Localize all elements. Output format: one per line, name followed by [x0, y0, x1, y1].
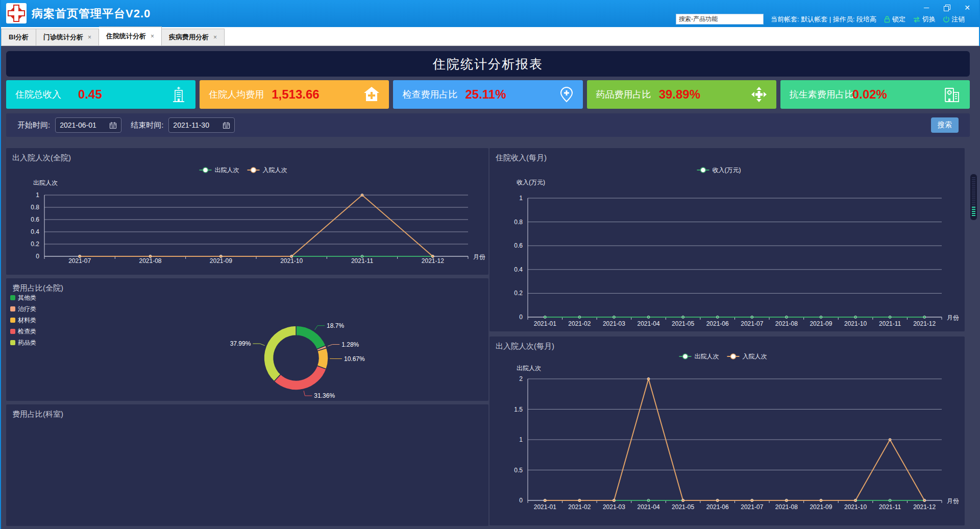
start-time-label: 开始时间: — [17, 121, 50, 130]
svg-text:2021-10: 2021-10 — [844, 320, 867, 327]
account-info: 当前帐套: 默认帐套 | 操作员: 段培高 — [771, 15, 876, 24]
svg-text:2021-07: 2021-07 — [68, 257, 91, 264]
svg-text:1.5: 1.5 — [514, 406, 523, 413]
svg-text:2021-11: 2021-11 — [879, 320, 901, 327]
minimize-button[interactable]: ─ — [922, 3, 931, 12]
kpi-drug-cost-ratio: 药品费用占比 39.89% — [587, 80, 776, 109]
start-date-input[interactable] — [60, 121, 109, 129]
home-plus-icon — [363, 86, 380, 102]
svg-text:2021-07: 2021-07 — [741, 503, 763, 511]
restore-button[interactable] — [942, 3, 951, 12]
svg-text:2021-07: 2021-07 — [741, 320, 763, 327]
tab-close-icon[interactable]: × — [213, 34, 217, 41]
svg-text:2021-06: 2021-06 — [706, 320, 729, 327]
search-input[interactable] — [676, 14, 764, 25]
search-button[interactable]: 搜索 — [931, 117, 959, 133]
svg-text:0: 0 — [519, 497, 523, 504]
svg-text:1: 1 — [519, 436, 523, 443]
svg-text:2021-08: 2021-08 — [775, 320, 798, 327]
svg-text:0.6: 0.6 — [514, 242, 523, 249]
svg-text:1: 1 — [519, 195, 523, 202]
svg-text:0.5: 0.5 — [514, 467, 523, 474]
kpi-label: 检查费用占比 — [402, 88, 457, 101]
svg-text:2021-05: 2021-05 — [672, 320, 694, 327]
svg-text:1.28%: 1.28% — [341, 341, 359, 348]
svg-text:2021-02: 2021-02 — [568, 503, 591, 511]
svg-text:2021-09: 2021-09 — [810, 320, 832, 327]
lock-action[interactable]: 锁定 — [884, 15, 905, 24]
svg-text:2021-11: 2021-11 — [879, 503, 901, 511]
logout-label: 注销 — [951, 15, 965, 24]
power-icon — [943, 16, 950, 23]
tab-outpatient-stats[interactable]: 门诊统计分析 × — [36, 29, 99, 45]
kpi-value: 1,513.66 — [272, 87, 319, 102]
kpi-label: 抗生素费用占比 — [790, 88, 854, 101]
logout-action[interactable]: 注销 — [943, 15, 965, 24]
tab-bar: BI分析 门诊统计分析 × 住院统计分析 × 疾病费用分析 × — [1, 27, 979, 46]
app-window: 病案首页管理平台V2.0 ─ ✕ 当前帐套: 默认帐套 | 操作员: 段培高 锁… — [0, 0, 980, 529]
svg-text:入院人次: 入院人次 — [743, 353, 767, 360]
kpi-antibiotic-cost-ratio: 抗生素费用占比 0.02% — [780, 80, 970, 109]
hospital-icon — [943, 86, 961, 103]
tab-label: 门诊统计分析 — [43, 33, 83, 42]
svg-text:2021-12: 2021-12 — [913, 503, 936, 511]
app-logo — [6, 3, 27, 23]
kpi-value: 0.45 — [78, 87, 102, 102]
tab-label: 疾病费用分析 — [169, 33, 209, 42]
svg-text:检查类: 检查类 — [17, 328, 36, 335]
svg-text:2021-04: 2021-04 — [638, 503, 660, 511]
tab-inpatient-stats[interactable]: 住院统计分析 × — [99, 27, 162, 45]
svg-text:月份: 月份 — [473, 253, 485, 260]
svg-text:10.67%: 10.67% — [344, 355, 365, 363]
svg-text:0: 0 — [519, 314, 523, 321]
page-title: 住院统计分析报表 — [6, 51, 970, 77]
svg-text:0.4: 0.4 — [514, 266, 523, 273]
svg-text:入院人次: 入院人次 — [263, 166, 287, 174]
calendar-icon — [109, 122, 117, 129]
kpi-avg-cost: 住院人均费用 1,513.66 — [200, 80, 389, 109]
svg-text:0.8: 0.8 — [514, 219, 523, 226]
svg-text:0.2: 0.2 — [31, 241, 39, 248]
svg-text:出院人次: 出院人次 — [215, 166, 239, 174]
svg-text:出院人次: 出院人次 — [33, 179, 58, 186]
restore-icon — [944, 5, 950, 11]
line-chart: 00.511.522021-012021-022021-032021-04202… — [489, 336, 965, 525]
red-cross-logo-icon — [6, 3, 27, 23]
lock-label: 锁定 — [892, 15, 905, 24]
start-date-field[interactable] — [55, 117, 121, 133]
chart-title: 出入院人次(全院) — [12, 153, 71, 163]
kpi-label: 住院总收入 — [15, 88, 61, 101]
chart-title: 出入院人次(每月) — [496, 342, 554, 351]
svg-text:0.6: 0.6 — [31, 216, 39, 223]
tab-close-icon[interactable]: × — [151, 33, 154, 40]
close-button[interactable]: ✕ — [963, 3, 972, 12]
svg-text:月份: 月份 — [947, 497, 959, 504]
kpi-value: 25.11% — [465, 87, 506, 102]
title-bar: 病案首页管理平台V2.0 ─ ✕ 当前帐套: 默认帐套 | 操作员: 段培高 锁… — [1, 0, 979, 27]
kpi-label: 住院人均费用 — [209, 88, 264, 101]
svg-text:0: 0 — [36, 253, 39, 260]
line-chart: 00.20.40.60.812021-072021-082021-092021-… — [6, 148, 488, 275]
scrollbar-ridges — [972, 177, 975, 207]
svg-text:2021-03: 2021-03 — [603, 503, 625, 511]
tab-bi-analysis[interactable]: BI分析 — [1, 29, 36, 45]
filter-bar: 开始时间: 结束时间: 搜索 — [6, 113, 970, 137]
end-date-field[interactable] — [168, 117, 235, 133]
svg-text:2021-09: 2021-09 — [810, 503, 832, 511]
app-title: 病案首页管理平台V2.0 — [32, 6, 151, 21]
svg-text:2021-01: 2021-01 — [534, 503, 556, 511]
svg-text:材料类: 材料类 — [17, 317, 36, 324]
dashboard-content: 住院统计分析报表 住院总收入 0.45 住院人均费用 1,513.66 — [1, 46, 980, 529]
svg-text:治疗类: 治疗类 — [18, 305, 36, 312]
svg-text:2021-12: 2021-12 — [913, 320, 936, 327]
tab-close-icon[interactable]: × — [88, 34, 91, 41]
tab-disease-cost[interactable]: 疾病费用分析 × — [162, 29, 225, 45]
end-date-input[interactable] — [173, 121, 223, 129]
svg-text:2021-10: 2021-10 — [280, 257, 303, 264]
switch-action[interactable]: 切换 — [913, 15, 936, 24]
chart-panel-discharge-admission-hospital: 00.20.40.60.812021-072021-082021-092021-… — [6, 148, 488, 275]
svg-text:2021-08: 2021-08 — [139, 257, 161, 264]
lock-icon — [884, 15, 891, 23]
svg-text:2021-03: 2021-03 — [603, 320, 625, 327]
scrollbar-thumb[interactable] — [970, 174, 977, 221]
